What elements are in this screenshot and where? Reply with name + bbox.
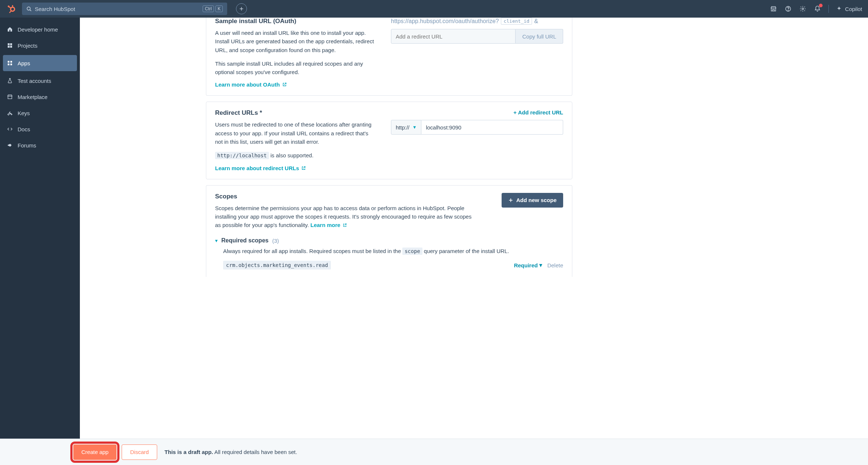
kbd-k: K xyxy=(215,6,223,12)
topbar-divider xyxy=(828,5,829,13)
add-new-scope-button[interactable]: Add new scope xyxy=(502,193,563,208)
create-button[interactable] xyxy=(236,3,247,14)
sidebar-item-marketplace[interactable]: Marketplace xyxy=(0,89,80,105)
global-search[interactable]: Ctrl K xyxy=(22,3,227,15)
content-area: Sample install URL (OAuth) A user will n… xyxy=(80,18,868,439)
hubspot-logo-icon[interactable] xyxy=(6,4,16,14)
footer-status-bold: This is a draft app. xyxy=(165,449,213,455)
settings-icon[interactable] xyxy=(799,5,806,12)
scopes-title: Scopes xyxy=(215,193,475,200)
wrench-icon xyxy=(7,110,13,116)
oauth-desc-1: A user will need an install URL like thi… xyxy=(215,29,376,54)
sidebar-item-projects[interactable]: Projects xyxy=(0,37,80,54)
required-scopes-count: (3) xyxy=(272,238,279,244)
flask-icon xyxy=(7,77,13,84)
svg-point-12 xyxy=(788,10,788,11)
sidebar-item-developer-home[interactable]: Developer home xyxy=(0,21,80,37)
svg-rect-17 xyxy=(10,46,12,48)
oauth-title: Sample install URL (OAuth) xyxy=(215,18,376,25)
sidebar-item-apps[interactable]: Apps xyxy=(3,55,77,71)
svg-rect-19 xyxy=(10,61,12,63)
required-scopes-title: Required scopes xyxy=(221,237,269,244)
svg-rect-20 xyxy=(8,63,10,65)
discard-button[interactable]: Discard xyxy=(122,444,157,460)
scope-delete-link[interactable]: Delete xyxy=(547,262,563,268)
chevron-down-icon: ▾ xyxy=(215,238,218,244)
svg-rect-16 xyxy=(8,46,10,48)
scope-name: crm.objects.marketing_events.read xyxy=(223,261,331,270)
link-label: Learn more about redirect URLs xyxy=(215,165,299,171)
chevron-down-icon: ▼ xyxy=(413,125,417,130)
redirect-host-input[interactable] xyxy=(421,120,563,135)
copilot-button[interactable]: Copilot xyxy=(836,6,862,12)
copilot-label: Copilot xyxy=(845,6,862,12)
link-label: Learn more about OAuth xyxy=(215,81,280,88)
localhost-code: http://localhost xyxy=(215,152,269,159)
oauth-url-prefix: https://app.hubspot.com/oauth/authorize? xyxy=(391,18,499,25)
oauth-learn-more-link[interactable]: Learn more about OAuth xyxy=(215,81,287,88)
localhost-tail: is also supported. xyxy=(269,152,314,158)
required-scopes-desc: Always required for all app installs. Re… xyxy=(223,247,563,256)
scopes-learn-more-link[interactable]: Learn more xyxy=(310,221,347,229)
button-label: Add new scope xyxy=(516,197,557,203)
topbar: Ctrl K Copilot xyxy=(0,0,868,18)
code-icon xyxy=(7,126,13,132)
link-label: Learn more xyxy=(310,221,340,229)
oauth-sample-url: https://app.hubspot.com/oauth/authorize?… xyxy=(391,18,563,25)
search-input[interactable] xyxy=(35,6,200,12)
protocol-value: http:// xyxy=(396,124,410,131)
scope-required-dropdown[interactable]: Required ▾ xyxy=(514,262,542,268)
footer-status-text: This is a draft app. All required detail… xyxy=(165,449,297,455)
oauth-panel: Sample install URL (OAuth) A user will n… xyxy=(206,18,572,96)
sidebar: Developer home Projects Apps Test accoun… xyxy=(0,18,80,439)
search-shortcut: Ctrl K xyxy=(203,6,223,12)
chevron-down-icon: ▾ xyxy=(539,262,542,268)
home-icon xyxy=(7,26,13,33)
svg-point-13 xyxy=(802,8,804,10)
svg-rect-18 xyxy=(8,61,10,63)
redirect-url-input[interactable] xyxy=(391,29,516,44)
sidebar-item-label: Developer home xyxy=(18,26,58,33)
help-icon[interactable] xyxy=(784,5,792,12)
external-link-icon xyxy=(282,82,287,87)
svg-rect-15 xyxy=(10,43,12,45)
copy-full-url-button[interactable]: Copy full URL xyxy=(516,29,563,44)
topbar-actions: Copilot xyxy=(770,5,862,13)
add-redirect-url-button[interactable]: + Add redirect URL xyxy=(513,109,563,116)
svg-point-6 xyxy=(9,12,10,13)
redirect-title: Redirect URLs * xyxy=(215,109,376,117)
marketplace-icon[interactable] xyxy=(770,5,777,12)
redirect-learn-more-link[interactable]: Learn more about redirect URLs xyxy=(215,165,306,171)
svg-line-8 xyxy=(30,10,31,11)
sidebar-item-keys[interactable]: Keys xyxy=(0,105,80,121)
kbd-ctrl: Ctrl xyxy=(203,6,214,12)
required-scopes-toggle[interactable]: ▾ Required scopes (3) xyxy=(215,237,563,244)
notifications-icon[interactable] xyxy=(814,5,821,12)
protocol-select[interactable]: http:// ▼ xyxy=(391,120,421,135)
sidebar-item-label: Test accounts xyxy=(18,78,51,84)
client-id-chip: client_id xyxy=(501,18,532,25)
sidebar-item-label: Forums xyxy=(18,142,36,149)
redirect-desc: Users must be redirected to one of these… xyxy=(215,120,376,146)
sidebar-item-label: Keys xyxy=(18,110,30,116)
external-link-icon xyxy=(301,166,306,171)
sidebar-item-test-accounts[interactable]: Test accounts xyxy=(0,73,80,89)
search-icon xyxy=(26,6,32,12)
svg-point-7 xyxy=(27,7,30,10)
megaphone-icon xyxy=(7,142,13,149)
scopes-panel: Scopes Scopes determine the permissions … xyxy=(206,185,572,277)
dropdown-label: Required xyxy=(514,262,538,268)
sidebar-item-docs[interactable]: Docs xyxy=(0,121,80,137)
redirect-panel: Redirect URLs * Users must be redirected… xyxy=(206,102,572,179)
svg-point-4 xyxy=(12,5,13,6)
create-app-button[interactable]: Create app xyxy=(73,444,117,460)
plus-icon xyxy=(508,198,513,203)
sidebar-item-forums[interactable]: Forums xyxy=(0,137,80,153)
oauth-desc-2: This sample install URL includes all req… xyxy=(215,59,376,77)
sidebar-item-label: Docs xyxy=(18,126,30,132)
projects-icon xyxy=(7,42,13,49)
footer-bar: Create app Discard This is a draft app. … xyxy=(0,439,868,465)
svg-line-2 xyxy=(9,7,11,8)
sidebar-item-label: Marketplace xyxy=(18,94,48,100)
scopes-desc: Scopes determine the permissions your ap… xyxy=(215,204,475,230)
